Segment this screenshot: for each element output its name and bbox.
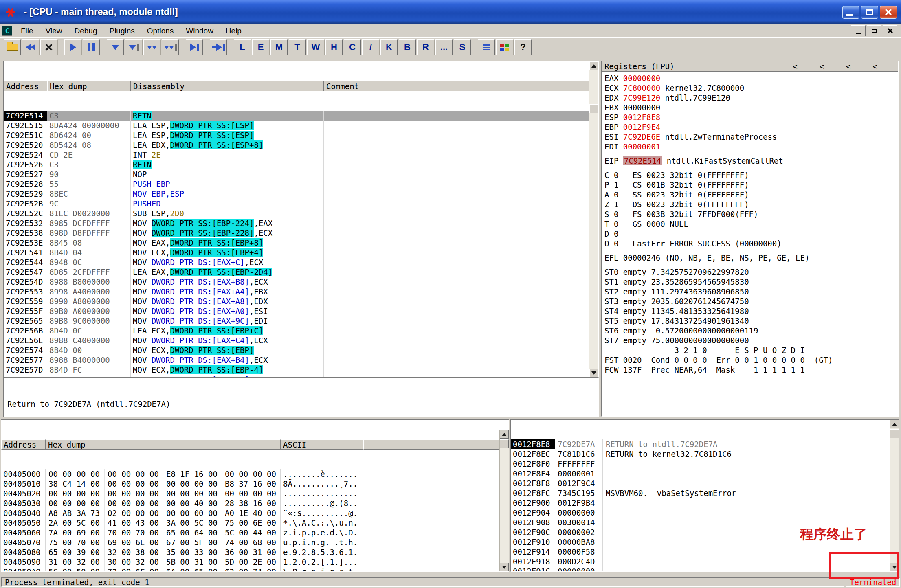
disasm-row[interactable]: 7C92E5448948 0CMOV DWORD PTR DS:[EAX+C],… xyxy=(4,257,589,267)
disasm-row[interactable]: 7C92E56589B8 9C000000MOV DWORD PTR DS:[E… xyxy=(4,316,589,326)
disasm-row[interactable]: 7C92E52790NOP xyxy=(4,169,589,179)
flag-row[interactable]: D 0 xyxy=(604,229,898,239)
dump-scrollbar[interactable] xyxy=(499,430,509,571)
column-header-ascii[interactable]: ASCII xyxy=(281,439,363,450)
fpu-row[interactable]: ST6 empty -0.57200000000000000119 xyxy=(604,326,898,336)
disasm-row[interactable]: 7C92E5418B4D 04MOV ECX,DWORD PTR SS:[EBP… xyxy=(4,248,589,257)
maximize-button[interactable] xyxy=(861,6,878,19)
fpu-row[interactable]: ST3 empty 2035.6020761245674750 xyxy=(604,296,898,306)
disassembly-scrollbar[interactable] xyxy=(589,61,598,377)
menu-plugins[interactable]: Plugins xyxy=(103,24,141,37)
dump-row[interactable]: 00405040A8 AB 3A 7302 00 00 0000 00 00 0… xyxy=(1,508,499,518)
flag-row[interactable]: Z 1 DS 0023 32bit 0(FFFFFFFF) xyxy=(604,200,898,209)
stack-row[interactable]: 0012F8F0FFFFFFFF xyxy=(511,459,890,469)
stack-row[interactable]: 0012F8E87C92DE7ARETURN to ntdll.7C92DE7A xyxy=(511,439,890,449)
disasm-row[interactable]: 7C92E514C3RETN xyxy=(4,111,589,121)
scrollbar-thumb[interactable] xyxy=(589,104,598,113)
menu-help[interactable]: Help xyxy=(220,24,248,37)
dump-row[interactable]: 0040503000 00 00 0000 00 00 0000 00 40 0… xyxy=(1,498,499,508)
dump-row[interactable]: 0040508065 00 39 0032 00 38 0035 00 33 0… xyxy=(1,547,499,557)
collapse-chevron-icon[interactable]: < xyxy=(820,61,824,71)
register-row[interactable]: ECX 7C800000 kernel32.7C800000 xyxy=(604,83,898,93)
goto-button[interactable] xyxy=(210,39,227,55)
dump-row[interactable]: 0040509031 00 32 0030 00 32 005B 00 31 0… xyxy=(1,557,499,567)
register-row[interactable]: EAX 00000000 xyxy=(604,73,898,83)
disasm-row[interactable]: 7C92E52855PUSH EBP xyxy=(4,179,589,189)
restart-button[interactable] xyxy=(22,39,39,55)
column-header-address[interactable]: Address xyxy=(1,439,46,450)
dump-row[interactable]: 0040500000 00 00 0000 00 00 00E8 1F 16 0… xyxy=(1,469,499,479)
ollydbg-icon[interactable] xyxy=(4,6,17,19)
disasm-row[interactable]: 7C92E5598990 A8000000MOV DWORD PTR DS:[E… xyxy=(4,296,589,306)
eip-row[interactable]: EIP 7C92E514 ntdll.KiFastSystemCallRet xyxy=(604,156,898,166)
stack-scrollbar[interactable] xyxy=(890,420,899,571)
step-over-button[interactable] xyxy=(125,39,142,55)
register-row[interactable]: EDI 00000001 xyxy=(604,142,898,151)
flag-row[interactable]: A 0 SS 0023 32bit 0(FFFFFFFF) xyxy=(604,190,898,200)
panel-button-handles[interactable]: H xyxy=(325,39,343,55)
menu-view[interactable]: View xyxy=(40,24,68,37)
panel-button-executables[interactable]: E xyxy=(252,39,269,55)
register-row[interactable]: EBX 00000000 xyxy=(604,103,898,112)
disasm-row[interactable]: 7C92E524CD 2EINT 2E xyxy=(4,150,589,160)
dump-row[interactable]: 004050A05C 00 50 0072 00 6F 006A 00 65 0… xyxy=(1,567,499,571)
column-header-hexdump[interactable]: Hex dump xyxy=(46,439,281,450)
disasm-row[interactable]: 7C92E5478D85 2CFDFFFFLEA EAX,DWORD PTR S… xyxy=(4,267,589,277)
close-program-button[interactable] xyxy=(40,39,57,55)
column-header-address[interactable]: Address xyxy=(4,81,47,91)
animate-into-button[interactable] xyxy=(143,39,160,55)
run-button[interactable] xyxy=(64,39,81,55)
panel-button-windows[interactable]: W xyxy=(307,39,324,55)
disasm-row[interactable]: 7C92E57D8B4D FCMOV ECX,DWORD PTR SS:[EBP… xyxy=(4,365,589,375)
menu-file[interactable]: File xyxy=(15,24,40,37)
panel-button-source[interactable]: S xyxy=(454,39,471,55)
dump-row[interactable]: 0040507075 00 70 0069 00 6E 0067 00 5F 0… xyxy=(1,538,499,547)
dump-row[interactable]: 004050607A 00 69 0070 00 70 0065 00 64 0… xyxy=(1,528,499,538)
fpu-row[interactable]: ST0 empty 7.3425752709622997820 xyxy=(604,267,898,277)
disasm-row[interactable]: 7C92E54D8988 B8000000MOV DWORD PTR DS:[E… xyxy=(4,277,589,287)
panel-button-references[interactable]: R xyxy=(417,39,434,55)
disasm-row[interactable]: 7C92E5538998 A4000000MOV DWORD PTR DS:[E… xyxy=(4,287,589,296)
mdi-close-button[interactable] xyxy=(883,25,897,36)
disasm-row[interactable]: 7C92E5298BECMOV EBP,ESP xyxy=(4,189,589,199)
appearance-button[interactable] xyxy=(496,39,513,55)
dump-row[interactable]: 004050502A 00 5C 0041 00 43 003A 00 5C 0… xyxy=(1,518,499,528)
fpu-row[interactable]: ST2 empty 111.29743639608906850 xyxy=(604,287,898,296)
panel-button-breakpoints[interactable]: B xyxy=(399,39,416,55)
disasm-row[interactable]: 7C92E5328985 DCFDFFFFMOV DWORD PTR SS:[E… xyxy=(4,218,589,228)
disasm-row[interactable]: 7C92E52C81EC D0020000SUB ESP,2D0 xyxy=(4,208,589,218)
column-header-comment[interactable]: Comment xyxy=(324,81,589,91)
disasm-row[interactable]: 7C92E5778988 B4000000MOV DWORD PTR DS:[E… xyxy=(4,355,589,365)
disasm-row[interactable]: 7C92E52B9CPUSHFD xyxy=(4,199,589,208)
fpu-row[interactable]: ST1 empty 23.352865954565945830 xyxy=(604,277,898,287)
efl-row[interactable]: EFL 00000246 (NO, NB, E, BE, NS, PE, GE,… xyxy=(604,253,898,263)
panel-button-cpu[interactable]: C xyxy=(344,39,361,55)
disasm-row[interactable]: 7C92E51C8D6424 00LEA ESP,DWORD PTR SS:[E… xyxy=(4,130,589,140)
fpu-row[interactable]: FCW 137F Prec NEAR,64 Mask 1 1 1 1 1 1 xyxy=(604,365,898,375)
close-button[interactable] xyxy=(880,6,897,19)
dump-row[interactable]: 0040502000 00 00 0000 00 00 0000 00 00 0… xyxy=(1,489,499,498)
fpu-row[interactable]: FST 0020 Cond 0 0 0 0 Err 0 0 1 0 0 0 0 … xyxy=(604,355,898,365)
fpu-row[interactable]: ST5 empty 17.843137254901961340 xyxy=(604,316,898,326)
fpu-row[interactable]: ST4 empty 11345.481353325641980 xyxy=(604,306,898,316)
disasm-row[interactable]: 7C92E526C3RETN xyxy=(4,160,589,169)
menu-debug[interactable]: Debug xyxy=(68,24,103,37)
flag-row[interactable]: C 0 ES 0023 32bit 0(FFFFFFFF) xyxy=(604,170,898,180)
dump-row[interactable]: 0040501038 C4 14 0000 00 00 0000 00 00 0… xyxy=(1,479,499,489)
options-button[interactable] xyxy=(478,39,495,55)
execute-till-return-button[interactable] xyxy=(186,39,203,55)
collapse-chevron-icon[interactable]: < xyxy=(846,61,850,71)
flag-row[interactable]: O 0 LastErr ERROR_SUCCESS (00000000) xyxy=(604,239,898,248)
panel-button-patches[interactable]: / xyxy=(362,39,379,55)
disasm-row[interactable]: 7C92E55F89B0 A0000000MOV DWORD PTR DS:[E… xyxy=(4,306,589,316)
menu-options[interactable]: Options xyxy=(141,24,180,37)
disasm-row[interactable]: 7C92E53E8B45 08MOV EAX,DWORD PTR SS:[EBP… xyxy=(4,238,589,248)
menu-window[interactable]: Window xyxy=(180,24,220,37)
scroll-up-button[interactable] xyxy=(890,420,899,428)
stack-row[interactable]: 0012F90400000000 xyxy=(511,508,890,518)
panel-button-log[interactable]: L xyxy=(234,39,251,55)
open-button[interactable] xyxy=(4,39,21,55)
disasm-row[interactable]: 7C92E5158DA424 00000000LEA ESP,DWORD PTR… xyxy=(4,121,589,130)
register-row[interactable]: EBP 0012F9E4 xyxy=(604,122,898,132)
scroll-down-button[interactable] xyxy=(589,369,598,377)
